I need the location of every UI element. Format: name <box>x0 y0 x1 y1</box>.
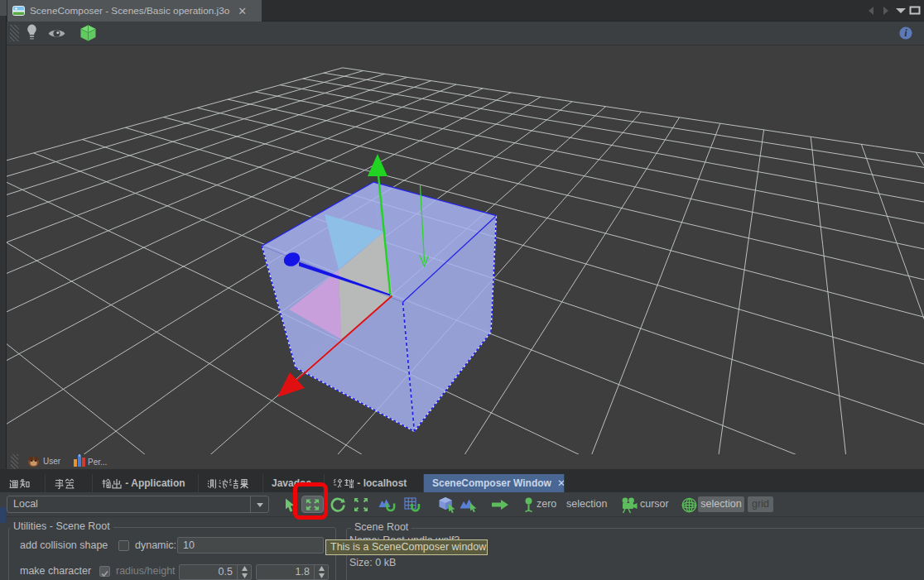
svg-text:i: i <box>904 27 907 39</box>
